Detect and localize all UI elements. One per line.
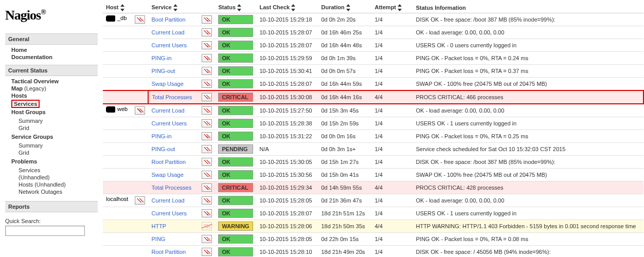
nav-sublink[interactable]: Hosts (Unhandled) [19,181,66,188]
status-info: PING OK - Packet loss = 0%, RTA = 0.24 m… [413,52,643,65]
nav-sublink[interactable]: Summary [19,142,43,149]
service-row: HTTPWARNING10-10-2015 15:28:0618d 21h 50… [103,220,643,233]
attempt: 1/4 [371,143,413,156]
svg-marker-9 [346,9,350,11]
service-link[interactable]: Current Load [151,29,184,35]
last-check: 10-10-2015 15:27:50 [256,104,318,117]
status-badge: OK [218,247,253,256]
th-status[interactable]: Status [215,3,256,13]
graph-icon[interactable] [202,93,212,101]
service-link[interactable]: HTTP [151,223,166,229]
nav-link[interactable]: Tactical Overview [11,78,59,84]
nav-sublink[interactable]: (Unhandled) [19,174,50,180]
nav-sublink[interactable]: Grid [19,125,29,131]
service-link[interactable]: Swap Usage [151,172,183,178]
sort-icon[interactable] [291,4,295,11]
duration: 18d 21h 49m 20s [318,246,371,257]
service-link[interactable]: Current Load [151,107,184,114]
graph-icon[interactable] [202,54,212,62]
service-link[interactable]: PING-out [151,146,175,152]
nav-link[interactable]: Documentation [11,54,52,60]
status-badge: CRITICAL [218,93,253,102]
status-info: HTTP WARNING: HTTP/1.1 403 Forbidden - 5… [413,220,643,233]
th-statusinfo[interactable]: Status Information [413,3,643,13]
service-row: Current LoadOK10-10-2015 15:28:070d 16h … [103,26,643,39]
host-name[interactable]: _db [117,15,127,21]
duration: 18d 21h 50m 35s [318,220,371,233]
graph-icon[interactable] [202,132,212,140]
host-name[interactable]: web [117,106,128,112]
duration: 0d 21h 36m 47s [318,194,371,207]
th-attempt[interactable]: Attempt [371,3,413,13]
attempt: 1/4 [371,130,413,143]
graph-icon[interactable] [202,171,212,179]
nav-sublink[interactable]: Grid [19,150,29,156]
th-service[interactable]: Service [148,3,199,13]
service-link[interactable]: Total Processes [151,185,191,191]
nav-sublink[interactable]: Summary [19,118,43,124]
service-link[interactable]: PING-in [151,133,171,139]
status-badge: OK [218,79,253,88]
attempt: 1/4 [371,194,413,207]
service-link[interactable]: Root Partition [151,249,186,255]
graph-icon[interactable] [202,235,212,243]
service-link[interactable]: Boot Partition [151,16,185,23]
graph-icon[interactable] [202,67,212,75]
graph-icon[interactable] [202,15,212,24]
status-badge: OK [218,196,253,205]
graph-icon[interactable] [202,196,212,205]
graph-icon[interactable] [202,248,212,256]
attempt: 1/4 [371,246,413,257]
duration: 0d 16h 44m 48s [318,39,371,52]
graph-icon[interactable] [202,145,212,153]
nav-link[interactable]: Host Groups [11,109,46,115]
nav-link[interactable]: Hosts [11,93,27,99]
graph-icon[interactable] [202,41,212,49]
status-badge: OK [218,234,253,244]
service-link[interactable]: Swap Usage [151,81,183,87]
graph-icon[interactable] [202,106,212,115]
nav-link[interactable]: Home [11,47,27,53]
sort-icon[interactable] [346,4,350,11]
service-link[interactable]: Current Load [151,197,184,204]
th-lastcheck[interactable]: Last Check [256,3,318,13]
graph-icon[interactable] [202,119,212,127]
nav-link[interactable]: Services [14,101,37,107]
service-link[interactable]: PING-out [151,68,175,74]
service-link[interactable]: PING-in [151,55,171,61]
sort-icon[interactable] [120,4,124,11]
service-link[interactable]: PING [151,236,165,242]
status-info: DISK OK - free space: /boot 387 MB (85% … [413,13,643,26]
sort-icon[interactable] [398,4,402,11]
sort-icon[interactable] [173,4,177,11]
graph-icon[interactable] [135,15,145,24]
search-label: Quick Search: [5,215,98,226]
graph-icon[interactable] [135,106,145,115]
nav-link[interactable]: Problems [11,158,37,164]
graph-icon[interactable] [202,80,212,88]
nav-link[interactable]: Service Groups [11,134,53,140]
service-link[interactable]: Current Users [151,42,186,48]
nav-link[interactable]: Map [11,85,23,91]
th-host[interactable]: Host [103,3,132,13]
attempt: 1/4 [371,156,413,169]
graph-icon[interactable] [202,28,212,36]
host-name[interactable]: localhost [106,196,128,202]
nav-sublink[interactable]: Services [19,167,40,173]
graph-icon[interactable] [135,196,145,205]
nav-sublink[interactable]: Network Outages [19,189,62,195]
search-input[interactable] [5,226,85,236]
service-link[interactable]: Current Users [151,120,186,126]
status-badge: OK [218,119,253,128]
th-duration[interactable]: Duration [318,3,371,13]
graph-icon[interactable] [202,183,212,192]
service-link[interactable]: Root Partition [151,159,186,165]
graph-icon[interactable] [202,158,212,166]
graph-icon[interactable] [202,209,212,217]
svg-marker-5 [237,9,241,11]
duration: 0d 0h 0m 16s [318,130,371,143]
sort-icon[interactable] [237,4,241,11]
service-link[interactable]: Current Users [151,210,186,216]
service-link[interactable]: Total Processes [152,94,192,100]
graph-disabled-icon[interactable] [202,222,212,230]
